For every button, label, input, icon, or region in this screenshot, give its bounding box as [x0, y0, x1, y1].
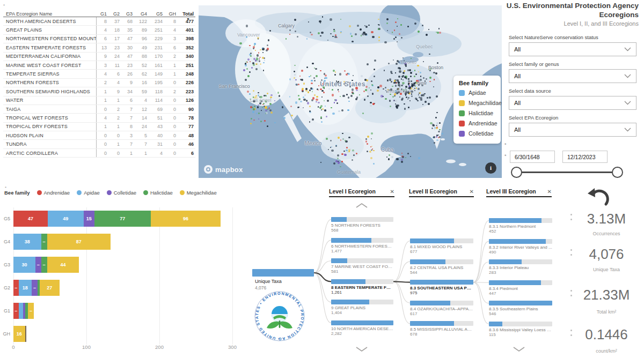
bar-segment-megachilidae[interactable]: 96: [151, 211, 221, 227]
col-header-g4[interactable]: G4: [134, 11, 149, 17]
bar-legend-item-andrenidae[interactable]: Andrenidae: [37, 190, 70, 196]
date-start-input[interactable]: 6/30/1648: [510, 151, 555, 163]
filter-dropdown-3[interactable]: All: [509, 123, 636, 137]
tree-node[interactable]: 8.3.1 Northern Piedmont 452: [489, 218, 552, 234]
tree-node[interactable]: 8.3.4 Piedmont 447: [489, 280, 552, 296]
tree-node[interactable]: 8.3.6 Mississippi Valley Loess P... 115: [489, 322, 552, 337]
bar-segment-halictidae[interactable]: –: [41, 234, 47, 250]
filter-dropdown-0[interactable]: All: [509, 42, 636, 56]
bar-legend-item-apidae[interactable]: Apidae: [77, 190, 100, 196]
bar-segment-unknown[interactable]: [25, 326, 27, 342]
table-row[interactable]: MEDITERRANEAN CALIFORNIA92447881702340: [3, 53, 195, 61]
table-row[interactable]: NORTH AMERICAN DESERTS837681222348477: [3, 17, 195, 26]
tree-node[interactable]: 8.1 MIXED WOOD PLAINS 677: [410, 238, 473, 254]
close-icon[interactable]: ✕: [547, 189, 552, 195]
table-row[interactable]: WATER11641140126: [3, 96, 195, 105]
col-header-gh[interactable]: GH: [164, 11, 178, 17]
tree-node[interactable]: 8.5 MISSISSIPPI ALLUVIAL AND... 678: [410, 321, 473, 337]
col-header-g1[interactable]: G1: [97, 11, 108, 17]
bar-segment-apidae[interactable]: 38: [13, 234, 41, 250]
undo-button[interactable]: [586, 188, 611, 210]
table-row[interactable]: NORTHERN FORESTS249161950226: [3, 79, 195, 87]
tree-node[interactable]: 9 GREAT PLAINS 1,404: [331, 300, 393, 315]
bar-segment-colletidae[interactable]: 15: [84, 211, 94, 227]
tree-node[interactable]: 5 NORTHERN FORESTS 568: [331, 217, 393, 233]
bar-legend-item-colletidae[interactable]: Colletidae: [107, 190, 136, 196]
bar-segment-megachilidae[interactable]: 27: [40, 280, 60, 296]
tree-node[interactable]: 8 EASTERN TEMPERATE FORE... 1,261: [331, 279, 393, 295]
map-info-button[interactable]: i: [485, 162, 496, 174]
bar-segment-andrenidae[interactable]: –: [13, 303, 19, 319]
table-row[interactable]: MARINE WEST COAST FOREST31123521611251: [3, 61, 195, 70]
scroll-down-chevron-icon[interactable]: [513, 345, 525, 354]
bar-segment-andrenidae[interactable]: –: [13, 280, 19, 296]
stacked-bar[interactable]: 38–87: [13, 234, 111, 250]
col-header-g3[interactable]: G3: [121, 11, 134, 17]
map-legend-item-andrenidae[interactable]: Andrenidae: [459, 120, 501, 126]
tree-node[interactable]: 8.3.5 Southeastern Plains 546: [489, 301, 552, 316]
map-legend-item-colletidae[interactable]: Colletidae: [459, 130, 501, 137]
table-row[interactable]: EASTERN TEMPERATE FORESTS132330492316352: [3, 43, 195, 52]
col-header-total[interactable]: Total▼: [178, 11, 195, 17]
scroll-up-chevron-icon[interactable]: [355, 201, 368, 211]
bar-segment-colletidae[interactable]: –: [35, 257, 41, 273]
bar-segment-halictidae[interactable]: 77: [94, 211, 151, 227]
table-row[interactable]: TUNDRA017731046: [3, 140, 195, 148]
tree-node[interactable]: 10 NORTH AMERICAN DESERTS 2,282: [331, 320, 393, 336]
col-header-g2[interactable]: G2: [108, 11, 121, 17]
table-row[interactable]: TROPICAL DRY FORESTS1182443077: [3, 123, 195, 131]
tree-node[interactable]: 8.3.2 Interior River Valleys and ... 490: [489, 239, 552, 255]
bar-segment-apidae[interactable]: 30: [13, 257, 35, 273]
stacked-bar[interactable]: 4749157796: [13, 211, 221, 227]
date-slider-rail[interactable]: [516, 171, 617, 173]
date-slider-handle-end[interactable]: [612, 167, 623, 178]
date-slider-handle-start[interactable]: [511, 167, 522, 178]
map-legend-item-halictidae[interactable]: Halictidae: [459, 110, 501, 116]
table-row[interactable]: HUDSON PLAIN003540048: [3, 131, 195, 140]
bar-segment-apidae[interactable]: 49: [48, 211, 84, 227]
col-header-g5[interactable]: G5: [149, 11, 164, 17]
scroll-down-chevron-icon[interactable]: [355, 345, 368, 354]
occurrence-map[interactable]: CalgaryVancouverQuebecTorontoBostonNewWa…: [199, 5, 502, 178]
bar-segment-halictidae[interactable]: –: [41, 257, 47, 273]
bar-segment-megachilidae[interactable]: 44: [47, 257, 79, 273]
map-legend-item-megachilidae[interactable]: Megachilidae: [459, 100, 501, 106]
map-legend-item-apidae[interactable]: Apidae: [459, 89, 501, 96]
table-row[interactable]: SOUTHERN SEMIARID HIGHLANDS1934591182223: [3, 87, 195, 96]
table-row[interactable]: GREAT PLAINS41835892514401: [3, 26, 195, 34]
bar-segment-colletidae[interactable]: –: [32, 280, 38, 296]
mapbox-logo[interactable]: mapbox: [204, 165, 243, 174]
table-row[interactable]: NORTHWESTERN FORESTED MOUNTAINS617479622…: [3, 35, 195, 43]
tree-node[interactable]: 8.3 SOUTHEASTERN USA PLAI... 975: [410, 280, 473, 295]
stacked-bar[interactable]: 30––44: [13, 257, 79, 273]
tree-node[interactable]: 8.3.3 Interior Plateau 283: [489, 259, 552, 275]
close-icon[interactable]: ✕: [390, 189, 394, 195]
stacked-bar[interactable]: 16: [13, 326, 26, 342]
tree-node[interactable]: 6 NORTHWESTERN FORESTED... 1,477: [331, 238, 393, 253]
tree-node[interactable]: 8.4 OZARK/OUACHITA–APPALA... 617: [410, 301, 473, 316]
tree-level-header-2: Level II Ecoregion ✕: [409, 188, 474, 197]
table-row[interactable]: TROPICAL WET FORESTS4271451078: [3, 114, 195, 122]
filter-dropdown-1[interactable]: All: [509, 69, 636, 83]
date-end-input[interactable]: 12/12/2023: [562, 151, 608, 163]
table-header[interactable]: EPA Ecoregion Name G1G2G3G4G5GHTotal▼: [3, 5, 195, 17]
bar-legend-item-megachilidae[interactable]: Megachilidae: [180, 190, 217, 196]
filter-dropdown-2[interactable]: All: [509, 96, 636, 110]
table-row[interactable]: TEMPERATE SIERRAS4626621491248: [3, 70, 195, 78]
bar-segment-apidae[interactable]: 18: [19, 280, 32, 296]
table-row[interactable]: ARCTIC CORDILLERA0011406: [3, 149, 195, 158]
bar-segment-andrenidae[interactable]: 47: [13, 211, 48, 227]
table-header-name[interactable]: EPA Ecoregion Name: [3, 11, 97, 17]
tree-node[interactable]: 7 MARINE WEST COAST FORES... 581: [331, 258, 393, 274]
bar-segment-megachilidae[interactable]: –: [28, 303, 34, 319]
bar-legend-item-halictidae[interactable]: Halictidae: [143, 190, 173, 196]
table-row[interactable]: TAIGA0271269090: [3, 105, 195, 114]
close-icon[interactable]: ✕: [470, 189, 474, 195]
stacked-bar[interactable]: ––: [13, 303, 34, 319]
bar-segment-megachilidae[interactable]: 16: [13, 326, 25, 342]
bar-segment-megachilidae[interactable]: 87: [47, 234, 111, 250]
tree-root-bar[interactable]: [252, 269, 314, 277]
stacked-bar[interactable]: –18–27: [13, 280, 60, 296]
bar-segment-apidae[interactable]: [19, 303, 23, 319]
tree-node[interactable]: 8.2 CENTRAL USA PLAINS 544: [410, 259, 473, 275]
